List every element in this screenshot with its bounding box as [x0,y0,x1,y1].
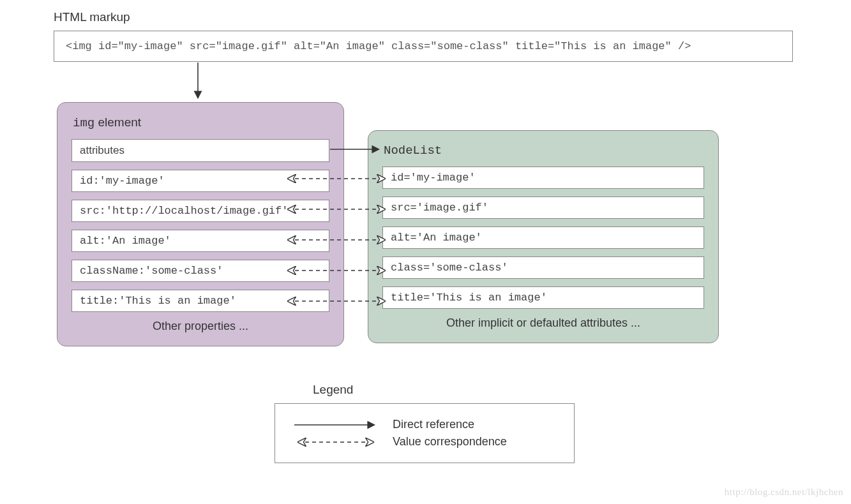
legend-box: Direct reference Value correspondence [275,403,575,463]
img-element-word: element [94,115,141,129]
legend-title: Legend [313,383,353,397]
other-attributes-note: Other implicit or defaulted attributes .… [382,316,704,330]
legend-direct-reference: Direct reference [292,418,557,431]
attr-row-class: class='some-class' [382,256,704,279]
arrow-markup-to-element [192,63,204,102]
prop-row-src: src:'http://localhost/image.gif' [72,200,329,222]
legend-value-label: Value correspondence [393,435,507,448]
attr-row-alt: alt='An image' [382,226,704,249]
nodelist-title: NodeList [384,144,704,158]
prop-row-title: title:'This is an image' [72,290,329,312]
attr-row-src: src='image.gif' [382,196,704,219]
prop-row-id: id:'my-image' [72,170,329,192]
prop-row-alt: alt:'An image' [72,230,329,252]
other-properties-note: Other properties ... [72,320,329,333]
prop-row-classname: className:'some-class' [72,260,329,282]
attr-row-title: title='This is an image' [382,286,704,309]
arrow-solid-icon [292,419,381,431]
legend-value-correspondence: Value correspondence [292,435,557,448]
img-element-title: img element [73,115,329,130]
legend-direct-label: Direct reference [393,418,474,431]
attr-row-id: id='my-image' [382,167,704,189]
markup-code-box: <img id="my-image" src="image.gif" alt="… [54,31,793,62]
img-code-word: img [73,116,94,130]
markup-section-title: HTML markup [54,10,130,24]
nodelist-panel: NodeList id='my-image' src='image.gif' a… [368,130,719,343]
watermark: http://blog.csdn.net/lkjhchen [725,487,843,498]
arrow-dashed-double-icon [292,436,381,448]
img-element-panel: img element attributes id:'my-image' src… [57,102,344,346]
attributes-row: attributes [72,139,329,162]
